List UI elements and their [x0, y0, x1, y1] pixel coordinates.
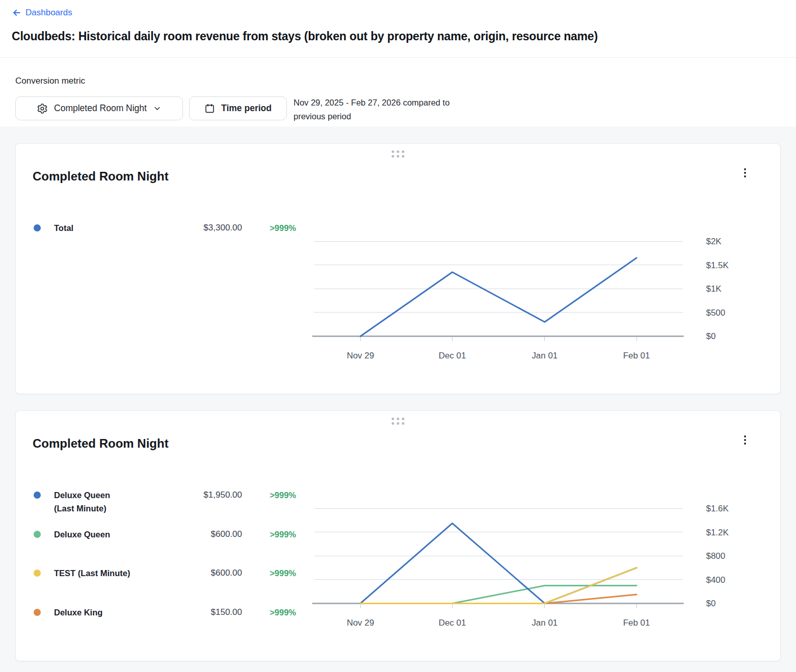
gear-icon [37, 103, 48, 114]
series-label: Deluxe Queen (Last Minute) [54, 488, 161, 515]
series-label: Deluxe King [54, 606, 161, 619]
series-total: $600.00 [161, 566, 242, 580]
top-header: Dashboards Cloudbeds: Historical daily r… [0, 0, 796, 58]
series-total: $1,950.00 [161, 488, 242, 502]
series-label: Total [54, 221, 161, 235]
dashboard-grid: Completed Room Night Total$3,300.00>999%… [0, 126, 796, 672]
series-total: $150.00 [161, 606, 242, 619]
time-period-button[interactable]: Time period [189, 96, 287, 120]
back-link[interactable]: Dashboards [12, 8, 72, 18]
controls-bar: Conversion metric Completed Room Night T… [0, 58, 796, 126]
time-period-label: Time period [221, 103, 272, 114]
series-color-dot [34, 570, 41, 577]
series-change: >999% [242, 528, 296, 541]
series-change: >999% [242, 606, 296, 619]
chart-card-breakdown: Completed Room Night Deluxe Queen (Last … [15, 410, 781, 661]
series-label: TEST (Last Minute) [54, 566, 161, 580]
series-color-dot [34, 492, 41, 499]
legend-row-total[interactable]: Total$3,300.00>999% [34, 221, 296, 235]
series-change: >999% [242, 566, 296, 580]
series-label: Deluxe Queen [54, 528, 161, 541]
page-title: Cloudbeds: Historical daily room revenue… [12, 30, 598, 43]
conversion-metric-value: Completed Room Night [54, 103, 147, 114]
series-color-dot [34, 609, 41, 616]
legend-row-deluxe-king[interactable]: Deluxe King$150.00>999% [34, 606, 296, 619]
calendar-icon [204, 103, 215, 114]
series-total: $600.00 [161, 528, 242, 541]
legend-row-test-last-minute[interactable]: TEST (Last Minute)$600.00>999% [34, 566, 296, 580]
conversion-metric-label: Conversion metric [15, 76, 85, 86]
legend-row-deluxe-queen-last-minute[interactable]: Deluxe Queen (Last Minute)$1,950.00>999% [34, 488, 296, 515]
chart-card-total: Completed Room Night Total$3,300.00>999%… [15, 143, 781, 394]
legend-row-deluxe-queen[interactable]: Deluxe Queen$600.00>999% [34, 528, 296, 541]
series-color-dot [34, 531, 41, 538]
series-change: >999% [242, 488, 296, 502]
period-summary: Nov 29, 2025 - Feb 27, 2026 compared to … [294, 96, 477, 123]
chevron-down-icon [153, 104, 162, 113]
conversion-metric-dropdown[interactable]: Completed Room Night [15, 96, 183, 120]
chart-legend: Total$3,300.00>999% [16, 144, 780, 394]
series-total: $3,300.00 [161, 221, 242, 235]
chart-legend: Deluxe Queen (Last Minute)$1,950.00>999%… [16, 411, 780, 661]
back-link-label: Dashboards [25, 8, 72, 18]
series-change: >999% [242, 221, 296, 235]
series-color-dot [34, 224, 41, 231]
arrow-left-icon [12, 8, 22, 18]
